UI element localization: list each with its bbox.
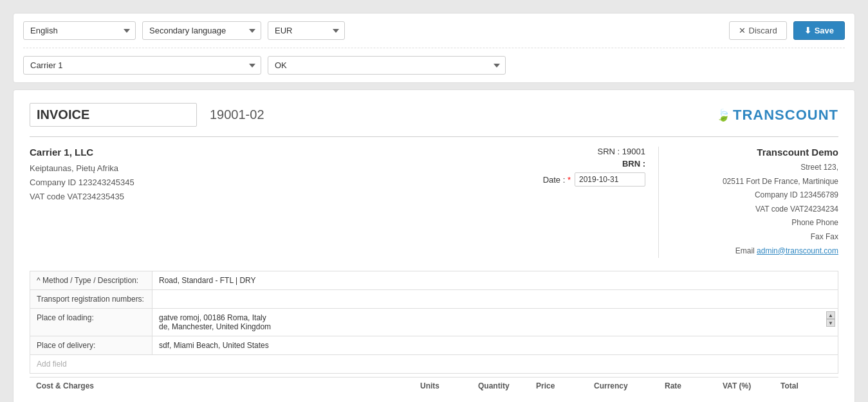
sender-info: Carrier 1, LLC Keiptaunas, Pietų Afrika … (30, 147, 472, 258)
discard-button[interactable]: ✕ Discard (729, 21, 787, 40)
receiver-city: 02511 Fort De France, Martinique (672, 175, 838, 189)
logo-leaf-icon: 🍃 (716, 108, 730, 122)
receiver-fax: Fax Fax (672, 230, 838, 244)
required-star: * (568, 175, 571, 185)
email-label: Email (735, 246, 755, 255)
date-text: Date : (543, 175, 566, 185)
sender-company-id: Company ID 123243245345 (30, 176, 472, 190)
carrier-dropdown[interactable]: Carrier 1 Carrier 2 (23, 56, 261, 75)
invoice-meta: SRN : 19001 BRN : Date : * 2019-10-31 (485, 147, 645, 258)
srn-value: 19001 (622, 147, 645, 156)
invoice-title-input[interactable]: INVOICE (30, 103, 197, 127)
secondary-language-dropdown[interactable]: Secondary language (142, 21, 261, 40)
transport-table: ^ Method / Type / Description: Road, Sta… (30, 271, 838, 374)
brn-row: BRN : (485, 159, 645, 169)
add-field-row[interactable]: Add field (30, 355, 838, 374)
col-price: Price (536, 381, 587, 390)
receiver-street: Street 123, (672, 161, 838, 175)
place-loading-value: gatve romoj, 00186 Roma, Italyde, Manche… (152, 309, 838, 336)
date-row: Date : * 2019-10-31 (485, 172, 645, 187)
col-total: Total (780, 381, 832, 390)
table-row: Place of loading: gatve romoj, 00186 Rom… (30, 309, 838, 336)
add-field-label[interactable]: Add field (37, 360, 67, 369)
col-vat: VAT (%) (723, 381, 774, 390)
sender-name: Carrier 1, LLC (30, 147, 472, 158)
col-rate: Rate (665, 381, 716, 390)
date-input[interactable]: 2019-10-31 (575, 172, 645, 187)
x-icon: ✕ (739, 26, 746, 35)
srn-row: SRN : 19001 (485, 147, 645, 156)
place-loading-text: gatve romoj, 00186 Roma, Italyde, Manche… (159, 313, 271, 331)
table-row: ^ Method / Type / Description: Road, Sta… (30, 271, 838, 290)
logo-text: TRANSCOUNT (733, 107, 838, 123)
invoice-panel: INVOICE 19001-02 🍃 TRANSCOUNT Carrier 1,… (13, 89, 855, 402)
status-dropdown[interactable]: OK Pending Draft (268, 56, 506, 75)
receiver-company-id: Company ID 123456789 (672, 188, 838, 203)
col-quantity: Quantity (478, 381, 530, 390)
place-loading-label: Place of loading: (30, 309, 152, 336)
receiver-phone: Phone Phone (672, 216, 838, 230)
scroll-down-arrow[interactable]: ▼ (826, 319, 835, 327)
save-button[interactable]: ⬇ Save (793, 21, 845, 40)
scroll-arrows[interactable]: ▲ ▼ (826, 311, 835, 327)
table-row: Transport registration numbers: (30, 290, 838, 309)
transport-reg-label: Transport registration numbers: (30, 290, 152, 309)
scroll-up-arrow[interactable]: ▲ (826, 311, 835, 319)
col-currency: Currency (594, 381, 658, 390)
sender-address: Keiptaunas, Pietų Afrika (30, 161, 472, 176)
receiver-email-row: Email admin@transcount.com (672, 244, 838, 259)
receiver-info: Transcount Demo Street 123, 02511 Fort D… (658, 147, 838, 258)
language-dropdown[interactable]: English French German (23, 21, 136, 40)
method-value: Road, Standard - FTL | DRY (152, 271, 838, 290)
toolbar-row-1: English French German Secondary language… (23, 21, 845, 40)
currency-dropdown[interactable]: EUR USD GBP (268, 21, 345, 40)
add-field-cell[interactable]: Add field (30, 355, 838, 374)
invoice-info: Carrier 1, LLC Keiptaunas, Pietų Afrika … (30, 136, 838, 258)
sender-vat: VAT code VAT234235435 (30, 190, 472, 204)
toolbar-row-2: Carrier 1 Carrier 2 OK Pending Draft (23, 48, 845, 75)
cost-table-header: Cost & Charges Units Quantity Price Curr… (30, 377, 838, 394)
save-label: Save (815, 26, 834, 35)
invoice-number: 19001-02 (210, 107, 264, 122)
date-label: Date : * (543, 175, 571, 185)
col-cost: Cost & Charges (36, 381, 414, 390)
logo-area: 🍃 TRANSCOUNT (716, 107, 838, 123)
place-delivery-label: Place of delivery: (30, 336, 152, 355)
transport-reg-value[interactable] (152, 290, 838, 309)
discard-label: Discard (749, 26, 777, 35)
receiver-name: Transcount Demo (672, 147, 838, 158)
save-icon: ⬇ (804, 26, 811, 35)
table-row: Place of delivery: sdf, Miami Beach, Uni… (30, 336, 838, 355)
col-units: Units (420, 381, 472, 390)
srn-label: SRN : (598, 147, 620, 156)
brn-label: BRN : (622, 159, 645, 169)
method-label: ^ Method / Type / Description: (30, 271, 152, 290)
place-delivery-value: sdf, Miami Beach, United States (152, 336, 838, 355)
receiver-vat: VAT code VAT24234234 (672, 203, 838, 217)
toolbar: English French German Secondary language… (13, 13, 855, 83)
invoice-header: INVOICE 19001-02 🍃 TRANSCOUNT (30, 103, 838, 127)
email-link[interactable]: admin@transcount.com (757, 246, 838, 255)
